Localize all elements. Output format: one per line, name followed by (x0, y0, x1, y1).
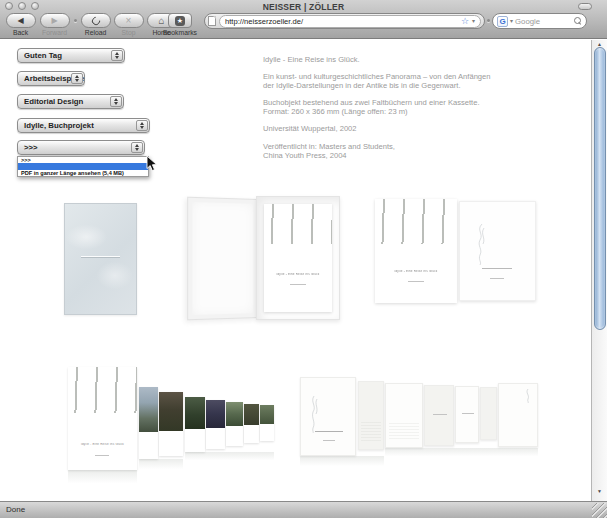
book-cover-caption: Idylle - Eine Reise ins Glück (68, 443, 137, 446)
nav-select-section[interactable]: Arbeitsbeispiele (17, 71, 85, 86)
project-paragraph: Veröffentlicht in: Masters and Students,… (263, 143, 563, 161)
page-content: Guten Tag Arbeitsbeispiele Editorial Des… (0, 40, 591, 501)
select-stepper-icon (131, 142, 143, 153)
accordion-panel-white (424, 385, 454, 446)
bookmark-star-icon[interactable]: ☆ (461, 17, 469, 26)
embossed-title-line (81, 256, 120, 257)
bookmarks-icon: ★ (175, 16, 185, 26)
url-input[interactable]: http://neisserzoeller.de/ ☆ ▾ (219, 15, 481, 28)
project-paragraph: Ein kunst- und kulturgeschichtliches Pan… (263, 73, 563, 91)
nav-select-more[interactable]: >>> (17, 140, 145, 155)
book-cover-caption: Idylle - Eine Reise ins Glück (375, 270, 457, 273)
reload-icon (90, 15, 101, 26)
select-value: Guten Tag (24, 51, 62, 60)
status-text: Done (6, 505, 25, 514)
caption-mark (462, 413, 474, 414)
panel-photo (68, 367, 137, 433)
accordion-panel-white (385, 383, 423, 448)
title-bar: NEISSER | ZÖLLER (0, 0, 607, 12)
accordion-panel (206, 400, 225, 449)
window-title: NEISSER | ZÖLLER (0, 2, 607, 12)
scroll-down-icon[interactable]: ▼ (592, 488, 607, 494)
nav-popup-menu: >>> PDF in ganzer Länge ansehen (5,4 MB) (17, 156, 149, 177)
accordion-panel-white (480, 387, 497, 440)
toolbar-toggle-button[interactable] (578, 3, 592, 10)
book-cover-photo (375, 199, 457, 263)
search-placeholder: Google (515, 17, 572, 26)
select-stepper-icon (136, 120, 148, 131)
address-bar[interactable]: http://neisserzoeller.de/ ☆ ▾ (204, 13, 485, 29)
bookmarks-button[interactable]: ★ Bookmarks (160, 13, 200, 36)
page-icon[interactable] (208, 16, 216, 26)
select-stepper-icon (111, 50, 123, 61)
reflection (300, 456, 384, 468)
select-stepper-icon (110, 96, 122, 107)
project-paragraph: Universität Wuppertal, 2002 (263, 125, 563, 134)
accordion-panel-white (300, 377, 356, 456)
reflection (185, 452, 274, 462)
select-value: Idylle, Buchprojekt (24, 121, 94, 130)
search-engine-chevron-icon[interactable]: ▾ (510, 18, 513, 24)
google-logo-icon[interactable]: G (497, 16, 508, 27)
figure-kassette-closed (64, 203, 137, 315)
reflection (139, 459, 183, 471)
scrollbar-thumb[interactable] (594, 47, 606, 330)
accordion-panel (244, 404, 259, 443)
select-value: Editorial Design (24, 97, 83, 106)
line-drawing-sketch (305, 394, 323, 434)
project-paragraph: Buchobjekt bestehend aus zwei Faltbücher… (263, 99, 563, 117)
reload-button[interactable]: Reload (79, 13, 112, 36)
book-cover-caption: Idylle - Eine Reise ins Glück (264, 273, 332, 276)
select-value: >>> (24, 143, 38, 152)
accordion-panel-white (455, 386, 479, 443)
figure-box-lid (187, 197, 258, 321)
figure-faltbuch-color-cover: Idylle - Eine Reise ins Glück (375, 199, 457, 303)
book-cover-caption-mark (315, 431, 343, 432)
reflection (385, 448, 538, 458)
accordion-panel-white (358, 381, 384, 450)
select-stepper-icon (71, 73, 83, 84)
nav-select-category[interactable]: Editorial Design (17, 94, 124, 109)
accordion-panel (185, 397, 205, 452)
back-button[interactable]: ◀ Back (4, 13, 37, 36)
vertical-scrollbar[interactable]: ▲ ▼ (591, 40, 607, 501)
mouse-cursor (146, 155, 158, 176)
status-bar: Done (0, 501, 607, 518)
project-title: Idylle - Eine Reise ins Glück. (263, 56, 563, 65)
toolbar-separator-dot (74, 19, 77, 22)
stop-icon: × (126, 15, 132, 26)
google-search-field[interactable]: G ▾ Google (492, 13, 587, 29)
search-icon[interactable] (574, 17, 582, 25)
toolbar-separator-dot (487, 19, 490, 22)
figure-book-in-box: Idylle - Eine Reise ins Glück (264, 204, 332, 312)
caption-subline (490, 278, 504, 279)
browser-chrome: NEISSER | ZÖLLER ◀ Back ▶ Forward Reload… (0, 0, 607, 39)
caption-subline (408, 281, 424, 282)
book-cover-photo (264, 204, 332, 261)
caption-subline (290, 284, 306, 285)
menu-item-pdf[interactable]: PDF in ganzer Länge ansehen (5,4 MB) (18, 170, 148, 176)
chevron-down-icon[interactable]: ▾ (472, 18, 475, 24)
reflection (68, 470, 137, 486)
forward-icon: ▶ (51, 16, 57, 25)
project-description: Idylle - Eine Reise ins Glück. Ein kunst… (263, 56, 563, 169)
accordion-panel-white (498, 383, 538, 447)
line-drawing-sketch (522, 388, 534, 404)
forward-button[interactable]: ▶ Forward (38, 13, 71, 36)
caption-mark (433, 414, 447, 415)
resize-grip[interactable] (592, 503, 607, 518)
caption-subline (95, 455, 109, 456)
accordion-panel (226, 402, 243, 446)
nav-select-project[interactable]: Idylle, Buchprojekt (17, 118, 150, 133)
accordion-panel (260, 405, 274, 441)
back-icon: ◀ (17, 16, 23, 25)
accordion-panel (139, 387, 158, 459)
line-drawing-sketch (468, 222, 494, 266)
url-text: http://neisserzoeller.de/ (225, 17, 458, 26)
nav-select-greeting[interactable]: Guten Tag (17, 48, 125, 63)
accordion-panel (159, 392, 183, 456)
caption-subline (323, 440, 335, 441)
accordion-panel: Idylle - Eine Reise ins Glück (68, 367, 137, 470)
stop-button[interactable]: × Stop (112, 13, 145, 36)
figure-faltbuch-white-cover (459, 201, 536, 301)
